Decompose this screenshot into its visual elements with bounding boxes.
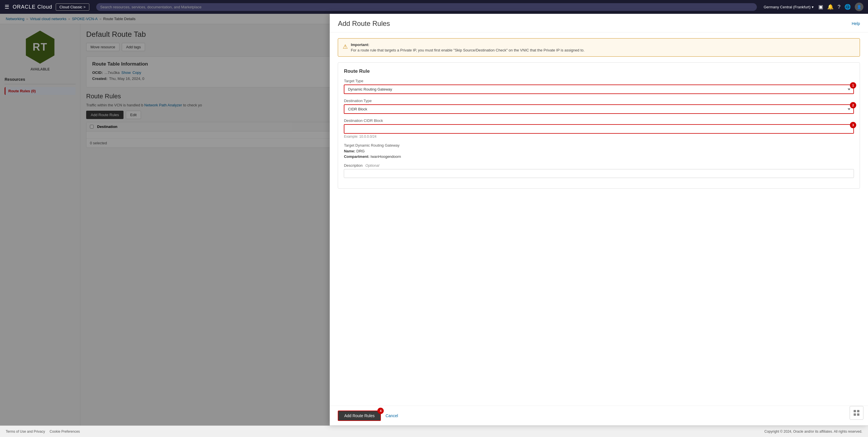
footer: Terms of Use and Privacy Cookie Preferen… <box>0 426 868 436</box>
add-route-rules-wrap: Add Route Rules 4 <box>338 411 381 421</box>
footer-links: Terms of Use and Privacy Cookie Preferen… <box>6 430 80 434</box>
step-1-badge: 1 <box>850 82 856 89</box>
target-name-value: DRG <box>356 149 365 153</box>
target-compartment-value: IwanHoogendoorn <box>371 154 401 159</box>
route-rule-card: Route Rule Target Type Dynamic Routing G… <box>338 62 860 188</box>
destination-cidr-group: Destination CIDR Block 0.0.0.0/0 3 Examp… <box>344 118 854 139</box>
region-dropdown-icon: ▾ <box>812 5 814 9</box>
warning-icon: ⚠ <box>343 43 348 50</box>
brand-cloud: Cloud <box>37 4 52 10</box>
modal-help-link[interactable]: Help <box>851 21 860 26</box>
description-group: Description Optional <box>344 163 854 178</box>
help-panel <box>849 406 863 420</box>
target-drg-group: Target Dynamic Routing Gateway Name: DRG… <box>344 143 854 159</box>
description-input[interactable] <box>344 169 854 178</box>
brand-oracle: ORACLE <box>13 4 36 10</box>
target-type-label: Target Type <box>344 79 854 83</box>
destination-type-select[interactable]: CIDR Block <box>344 105 854 114</box>
modal-add-route-rules-button[interactable]: Add Route Rules <box>338 411 381 421</box>
avatar[interactable]: 👤 <box>855 3 863 11</box>
modal-footer: Add Route Rules 4 Cancel <box>330 406 868 426</box>
description-label: Description Optional <box>344 163 854 168</box>
step-4-badge: 4 <box>377 408 384 414</box>
terms-link[interactable]: Terms of Use and Privacy <box>6 430 45 434</box>
modal-body: ⚠ Important: For a route rule that targe… <box>330 32 868 406</box>
important-content: Important: For a route rule that targets… <box>351 42 585 52</box>
notification-icon[interactable]: 🔔 <box>827 4 834 10</box>
help-grid-icon <box>852 409 861 417</box>
destination-type-field-wrap: CIDR Block 2 <box>344 105 854 114</box>
destination-cidr-label: Destination CIDR Block <box>344 118 854 123</box>
search-box <box>96 3 757 11</box>
target-drg-name: Name: DRG <box>344 149 854 153</box>
target-drg-section-label: Target Dynamic Routing Gateway <box>344 143 854 147</box>
search-input[interactable] <box>96 3 757 11</box>
target-compartment-label: Compartment: <box>344 154 369 159</box>
copyright-text: Copyright © 2024, Oracle and/or its affi… <box>764 430 862 434</box>
globe-icon[interactable]: 🌐 <box>844 4 851 10</box>
brand-logo: ORACLE Cloud <box>13 4 52 10</box>
modal-cancel-button[interactable]: Cancel <box>384 411 399 420</box>
svg-rect-0 <box>854 410 856 412</box>
cookies-link[interactable]: Cookie Preferences <box>50 430 80 434</box>
important-banner: ⚠ Important: For a route rule that targe… <box>338 38 860 57</box>
modal-panel: Add Route Rules Help ⚠ Important: For a … <box>330 14 868 426</box>
region-label: Germany Central (Frankfurt) <box>764 5 811 9</box>
target-type-select[interactable]: Dynamic Routing Gateway <box>344 85 854 94</box>
nav-icons: ▣ 🔔 ? 🌐 👤 <box>818 3 863 11</box>
description-optional: Optional <box>365 163 379 168</box>
region-selector[interactable]: Germany Central (Frankfurt) ▾ <box>764 5 814 9</box>
target-name-label: Name: <box>344 149 355 153</box>
cloud-classic-button[interactable]: Cloud Classic > <box>56 3 89 11</box>
destination-cidr-hint: Example: 10.0.0.0/24 <box>344 135 854 139</box>
target-drg-compartment: Compartment: IwanHoogendoorn <box>344 154 854 159</box>
svg-rect-3 <box>857 413 859 416</box>
destination-cidr-field-wrap: 0.0.0.0/0 3 <box>344 124 854 134</box>
target-type-field-wrap: Dynamic Routing Gateway 1 <box>344 85 854 94</box>
nav-right: Germany Central (Frankfurt) ▾ ▣ 🔔 ? 🌐 👤 <box>764 3 863 11</box>
route-rule-card-title: Route Rule <box>344 68 854 74</box>
help-icon[interactable]: ? <box>838 4 840 10</box>
help-panel-button[interactable] <box>849 406 863 420</box>
svg-rect-1 <box>857 410 859 412</box>
important-text: For a route rule that targets a Private … <box>351 48 585 52</box>
top-nav: ☰ ORACLE Cloud Cloud Classic > Germany C… <box>0 0 868 14</box>
step-3-badge: 3 <box>850 122 856 128</box>
destination-type-label: Destination Type <box>344 98 854 103</box>
modal-title: Add Route Rules <box>338 20 390 28</box>
display-icon[interactable]: ▣ <box>818 4 823 10</box>
target-type-group: Target Type Dynamic Routing Gateway 1 <box>344 79 854 94</box>
step-2-badge: 2 <box>850 102 856 108</box>
destination-cidr-input[interactable]: 0.0.0.0/0 <box>344 124 854 134</box>
hamburger-icon[interactable]: ☰ <box>5 4 9 10</box>
important-title: Important: <box>351 42 585 47</box>
svg-rect-2 <box>854 413 856 416</box>
destination-type-group: Destination Type CIDR Block 2 <box>344 98 854 114</box>
modal-header: Add Route Rules Help <box>330 14 868 32</box>
modal-overlay: Add Route Rules Help ⚠ Important: For a … <box>0 14 868 426</box>
